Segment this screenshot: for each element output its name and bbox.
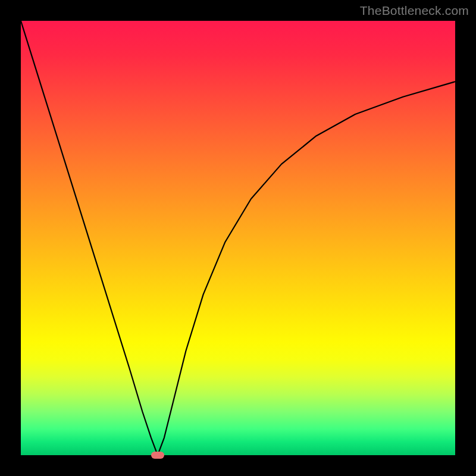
chart-frame: TheBottleneck.com — [0, 0, 476, 476]
bottleneck-marker — [151, 452, 164, 459]
bottleneck-curve — [21, 21, 455, 455]
watermark-text: TheBottleneck.com — [360, 4, 469, 18]
plot-area — [21, 21, 455, 455]
